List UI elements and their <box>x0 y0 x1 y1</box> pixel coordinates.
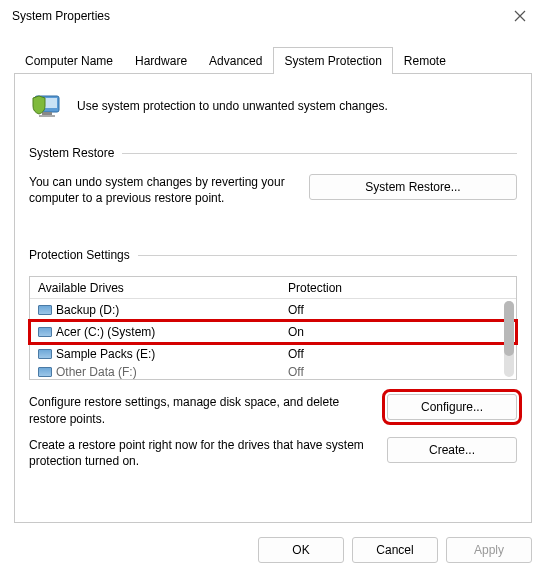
section-title-protection-settings: Protection Settings <box>29 248 130 262</box>
apply-button[interactable]: Apply <box>446 537 532 563</box>
svg-rect-2 <box>42 112 52 115</box>
table-row[interactable]: Other Data (F:) Off <box>30 365 516 379</box>
table-row[interactable]: Backup (D:) Off <box>30 299 516 321</box>
table-row[interactable]: Acer (C:) (System) On <box>30 321 516 343</box>
tab-panel: Use system protection to undo unwanted s… <box>14 73 532 523</box>
svg-rect-3 <box>39 115 55 117</box>
system-restore-button[interactable]: System Restore... <box>309 174 517 200</box>
tab-advanced[interactable]: Advanced <box>198 47 273 74</box>
window-title: System Properties <box>12 9 110 23</box>
section-title-system-restore: System Restore <box>29 146 114 160</box>
system-restore-desc: You can undo system changes by reverting… <box>29 174 295 206</box>
drive-icon <box>38 367 52 377</box>
tab-remote[interactable]: Remote <box>393 47 457 74</box>
create-desc: Create a restore point right now for the… <box>29 437 373 469</box>
tab-computer-name[interactable]: Computer Name <box>14 47 124 74</box>
ok-button[interactable]: OK <box>258 537 344 563</box>
col-header-protection[interactable]: Protection <box>288 281 508 295</box>
create-button[interactable]: Create... <box>387 437 517 463</box>
cancel-button[interactable]: Cancel <box>352 537 438 563</box>
divider <box>138 255 517 256</box>
scrollbar[interactable] <box>504 301 514 377</box>
intro-text: Use system protection to undo unwanted s… <box>77 99 388 113</box>
tab-system-protection[interactable]: System Protection <box>273 47 392 74</box>
scroll-thumb[interactable] <box>504 301 514 356</box>
divider <box>122 153 517 154</box>
col-header-drives[interactable]: Available Drives <box>38 281 288 295</box>
tabs-bar: Computer Name Hardware Advanced System P… <box>0 46 546 73</box>
tab-hardware[interactable]: Hardware <box>124 47 198 74</box>
table-row[interactable]: Sample Packs (E:) Off <box>30 343 516 365</box>
shield-monitor-icon <box>29 88 65 124</box>
dialog-footer: OK Cancel Apply <box>0 531 546 572</box>
configure-desc: Configure restore settings, manage disk … <box>29 394 373 426</box>
drive-icon <box>38 327 52 337</box>
configure-button[interactable]: Configure... <box>387 394 517 420</box>
drive-icon <box>38 305 52 315</box>
close-icon[interactable] <box>506 2 534 30</box>
drives-table: Available Drives Protection Backup (D:) … <box>29 276 517 380</box>
drive-icon <box>38 349 52 359</box>
